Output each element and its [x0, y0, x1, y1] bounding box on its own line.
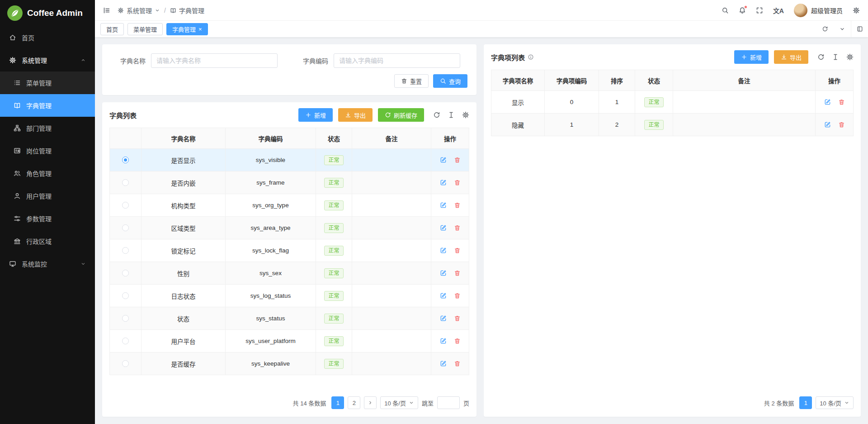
layout-icon[interactable]: [851, 21, 868, 37]
tab-home[interactable]: 首页: [100, 23, 124, 35]
column-settings-icon[interactable]: [832, 53, 839, 61]
delete-icon[interactable]: [838, 121, 845, 128]
delete-icon[interactable]: [454, 315, 461, 322]
status-badge: 正常: [324, 268, 343, 278]
sidebar-item-post-management[interactable]: 岗位管理: [0, 139, 95, 162]
column-settings-icon[interactable]: [448, 111, 455, 119]
sidebar-item-admin-region[interactable]: 行政区域: [0, 230, 95, 252]
row-radio[interactable]: [122, 315, 129, 322]
edit-icon[interactable]: [440, 157, 447, 163]
delete-icon[interactable]: [454, 338, 461, 344]
user-menu[interactable]: 超级管理员: [794, 4, 843, 17]
dict-name-input[interactable]: [151, 53, 278, 68]
table-row[interactable]: 区域类型 sys_area_type 正常: [110, 217, 469, 239]
sidebar-item-menu-management[interactable]: 菜单管理: [0, 71, 95, 94]
sidebar-item-param-management[interactable]: 参数管理: [0, 207, 95, 230]
search-icon[interactable]: [722, 7, 729, 14]
add-button[interactable]: 新增: [734, 50, 769, 64]
tab-menu-management[interactable]: 菜单管理: [127, 23, 163, 35]
sidebar-item-role-management[interactable]: 角色管理: [0, 162, 95, 185]
delete-icon[interactable]: [838, 99, 845, 105]
fullscreen-icon[interactable]: [756, 7, 763, 14]
delete-icon[interactable]: [454, 247, 461, 254]
sidebar-item-user-management[interactable]: 用户管理: [0, 185, 95, 207]
delete-icon[interactable]: [454, 179, 461, 186]
edit-icon[interactable]: [440, 315, 447, 322]
breadcrumb-item-dict[interactable]: 字典管理: [170, 6, 204, 15]
tab-dict-management[interactable]: 字典管理 ×: [166, 23, 208, 35]
row-radio[interactable]: [122, 179, 129, 186]
edit-icon[interactable]: [440, 224, 447, 231]
close-icon[interactable]: ×: [198, 26, 202, 32]
edit-icon[interactable]: [440, 202, 447, 209]
table-row[interactable]: 用户平台 sys_user_platform 正常: [110, 330, 469, 353]
settings-gear-icon[interactable]: [846, 53, 854, 61]
table-row[interactable]: 日志状态 sys_log_status 正常: [110, 285, 469, 307]
settings-gear-icon[interactable]: [462, 111, 469, 119]
row-radio[interactable]: [122, 224, 129, 231]
page-button-1[interactable]: 1: [331, 396, 344, 409]
refresh-icon[interactable]: [433, 111, 440, 119]
delete-icon[interactable]: [454, 202, 461, 209]
page-size-select[interactable]: 10 条/页: [380, 396, 418, 409]
reset-button[interactable]: 重置: [394, 74, 429, 88]
edit-icon[interactable]: [824, 99, 831, 105]
table-row[interactable]: 性别 sys_sex 正常: [110, 262, 469, 285]
sidebar-item-dict-management[interactable]: 字典管理: [0, 94, 95, 117]
table-row[interactable]: 状态 sys_status 正常: [110, 307, 469, 330]
add-button[interactable]: 新增: [298, 108, 333, 122]
sidebar-item-dept-management[interactable]: 部门管理: [0, 117, 95, 139]
delete-icon[interactable]: [454, 292, 461, 299]
edit-icon[interactable]: [440, 292, 447, 299]
delete-icon[interactable]: [454, 270, 461, 276]
row-radio[interactable]: [122, 270, 129, 276]
pagination-total: 共 2 条数据: [764, 399, 794, 407]
menu-fold-icon[interactable]: [103, 7, 110, 14]
edit-icon[interactable]: [440, 179, 447, 186]
sidebar-group-system-monitor[interactable]: 系统监控: [0, 252, 95, 275]
translate-icon[interactable]: 文A: [773, 6, 784, 15]
edit-icon[interactable]: [440, 270, 447, 276]
sidebar-item-home[interactable]: 首页: [0, 26, 95, 49]
refresh-cache-button[interactable]: 刷新缓存: [378, 108, 424, 122]
dict-table-body: 是否显示 sys_visible 正常: [110, 149, 469, 375]
query-button[interactable]: 查询: [433, 74, 467, 88]
delete-icon[interactable]: [454, 360, 461, 367]
edit-icon[interactable]: [824, 121, 831, 128]
edit-icon[interactable]: [440, 360, 447, 367]
dict-code-input[interactable]: [334, 53, 460, 68]
page-button-1[interactable]: 1: [799, 396, 812, 409]
table-row[interactable]: 显示 0 1 正常: [491, 91, 854, 114]
chevron-down-icon[interactable]: [834, 21, 851, 37]
row-radio[interactable]: [122, 202, 129, 209]
table-row[interactable]: 隐藏 1 2 正常: [491, 114, 854, 136]
page-button-2[interactable]: 2: [348, 396, 360, 409]
settings-gear-icon[interactable]: [853, 7, 860, 14]
edit-icon[interactable]: [440, 247, 447, 254]
delete-icon[interactable]: [454, 157, 461, 163]
app-logo[interactable]: Coffee Admin: [0, 0, 95, 26]
jump-page-input[interactable]: [437, 396, 460, 409]
next-page-button[interactable]: [364, 396, 377, 409]
export-button[interactable]: 导出: [774, 50, 808, 64]
row-radio[interactable]: [122, 338, 129, 344]
row-radio[interactable]: [122, 292, 129, 299]
table-row[interactable]: 是否显示 sys_visible 正常: [110, 149, 469, 172]
notification-bell-icon[interactable]: [739, 7, 746, 14]
export-button[interactable]: 导出: [338, 108, 373, 122]
table-row[interactable]: 是否内嵌 sys_frame 正常: [110, 172, 469, 194]
table-row[interactable]: 机构类型 sys_org_type 正常: [110, 194, 469, 217]
row-radio[interactable]: [122, 157, 129, 163]
sidebar-group-system-management[interactable]: 系统管理: [0, 49, 95, 71]
table-row[interactable]: 锁定标记 sys_lock_flag 正常: [110, 239, 469, 262]
dict-list-card: 字典列表 新增 导出 刷新缓存: [102, 102, 476, 417]
delete-icon[interactable]: [454, 224, 461, 231]
refresh-icon[interactable]: [816, 21, 834, 37]
edit-icon[interactable]: [440, 338, 447, 344]
row-radio[interactable]: [122, 360, 129, 367]
page-size-select[interactable]: 10 条/页: [816, 396, 854, 409]
table-row[interactable]: 是否缓存 sys_keepalive 正常: [110, 353, 469, 375]
refresh-icon[interactable]: [817, 53, 825, 61]
breadcrumb-item-system[interactable]: 系统管理: [118, 6, 160, 15]
row-radio[interactable]: [122, 247, 129, 254]
